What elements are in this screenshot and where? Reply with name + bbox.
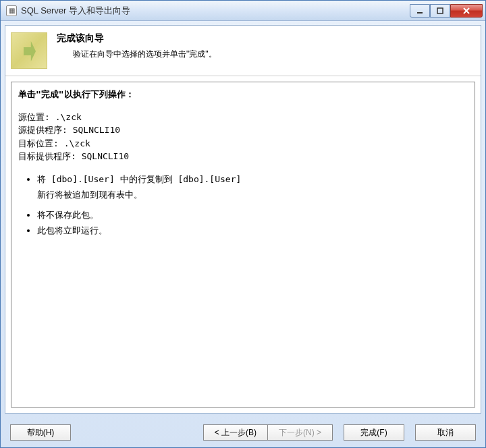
help-button[interactable]: 帮助(H) bbox=[10, 424, 71, 441]
maximize-button[interactable] bbox=[430, 4, 450, 18]
actions-list-2: 将不保存此包。 此包将立即运行。 bbox=[18, 208, 468, 237]
window-title: SQL Server 导入和导出向导 bbox=[21, 5, 410, 17]
finish-button[interactable]: 完成(F) bbox=[344, 424, 404, 441]
list-item: 此包将立即运行。 bbox=[37, 224, 468, 237]
header-text: 完成该向导 验证在向导中选择的选项并单击"完成"。 bbox=[57, 32, 217, 60]
summary-panel: 单击"完成"以执行下列操作： 源位置: .\zck 源提供程序: SQLNCLI… bbox=[11, 82, 475, 408]
wizard-header: 完成该向导 验证在向导中选择的选项并单击"完成"。 bbox=[5, 26, 481, 76]
back-button[interactable]: < 上一步(B) bbox=[203, 424, 268, 441]
list-item: 新行将被追加到现有表中。 bbox=[37, 188, 468, 202]
app-icon: ▦ bbox=[6, 5, 17, 16]
source-location: 源位置: .\zck bbox=[18, 111, 468, 124]
close-icon bbox=[462, 7, 470, 15]
window-controls bbox=[410, 4, 483, 18]
svg-rect-1 bbox=[437, 8, 443, 13]
next-button: 下一步(N) > bbox=[268, 424, 333, 441]
content-frame: 完成该向导 验证在向导中选择的选项并单击"完成"。 单击"完成"以执行下列操作：… bbox=[5, 25, 481, 414]
source-dest-info: 源位置: .\zck 源提供程序: SQLNCLI10 目标位置: .\zck … bbox=[18, 111, 468, 163]
close-button[interactable] bbox=[450, 4, 483, 18]
dest-location: 目标位置: .\zck bbox=[18, 137, 468, 150]
cancel-button[interactable]: 取消 bbox=[415, 424, 476, 441]
svg-rect-0 bbox=[417, 12, 423, 13]
source-provider: 源提供程序: SQLNCLI10 bbox=[18, 123, 468, 137]
dest-provider: 目标提供程序: SQLNCLI10 bbox=[18, 150, 468, 163]
button-bar: 帮助(H) < 上一步(B) 下一步(N) > 完成(F) 取消 bbox=[1, 418, 485, 447]
minimize-icon bbox=[416, 7, 423, 14]
list-item: 将 [dbo].[User] 中的行复制到 [dbo].[User] bbox=[37, 173, 468, 186]
wizard-window: ▦ SQL Server 导入和导出向导 完成该向导 验证在向导中选择的选项并单… bbox=[0, 0, 486, 448]
actions-list-1: 将 [dbo].[User] 中的行复制到 [dbo].[User] 新行将被追… bbox=[18, 173, 468, 202]
nav-button-group: < 上一步(B) 下一步(N) > bbox=[203, 424, 333, 441]
page-subtitle: 验证在向导中选择的选项并单击"完成"。 bbox=[57, 49, 217, 60]
maximize-icon bbox=[437, 7, 443, 14]
page-title: 完成该向导 bbox=[57, 32, 217, 45]
list-item: 将不保存此包。 bbox=[37, 208, 468, 222]
titlebar[interactable]: ▦ SQL Server 导入和导出向导 bbox=[1, 1, 485, 21]
minimize-button[interactable] bbox=[410, 4, 430, 18]
wizard-icon bbox=[11, 32, 47, 69]
summary-heading: 单击"完成"以执行下列操作： bbox=[18, 88, 468, 101]
